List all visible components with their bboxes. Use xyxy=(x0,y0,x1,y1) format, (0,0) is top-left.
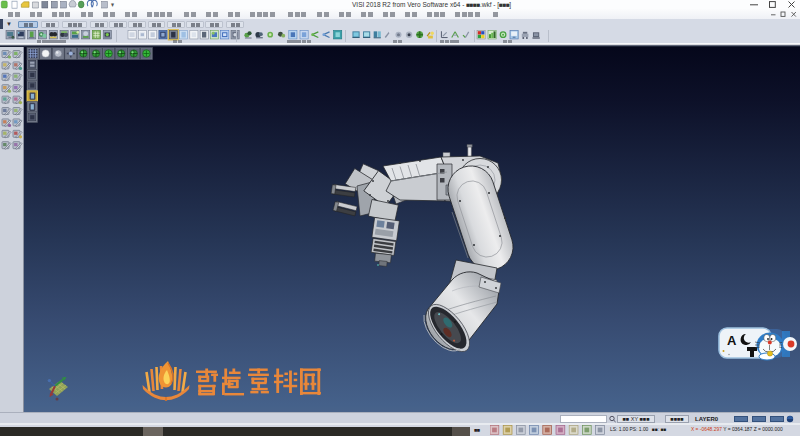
svg-text:▾: ▾ xyxy=(111,1,115,9)
svg-text:A: A xyxy=(727,333,737,348)
